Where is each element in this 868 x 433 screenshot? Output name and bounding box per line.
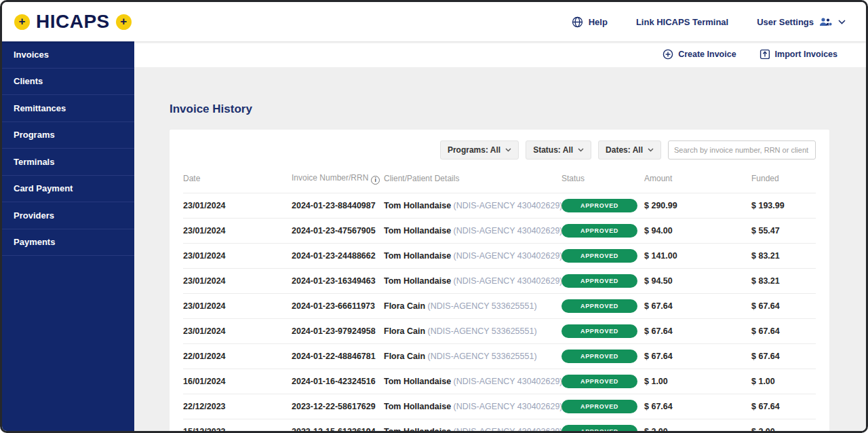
sidebar-item-label: Card Payment [14,183,73,193]
import-invoices-label: Import Invoices [775,50,837,59]
cell-status: APPROVED [561,268,644,293]
cell-date: 22/01/2024 [183,343,292,369]
cell-amount: $ 67.64 [644,394,751,419]
cell-status: APPROVED [561,218,644,243]
cell-amount: $ 67.64 [644,293,751,318]
client-name: Tom Hollandaise [384,402,451,411]
status-badge: APPROVED [561,274,637,288]
header-invoice-rrn: Invoice Number/RRNi [292,170,384,193]
cell-invoice-rrn: 2024-01-23-97924958 [292,318,384,343]
chevron-down-icon [505,148,511,152]
cell-funded: $ 67.64 [751,343,816,369]
sidebar-item[interactable]: Invoices [2,41,134,69]
status-badge: APPROVED [561,199,637,212]
cell-invoice-rrn: 2024-01-22-48846781 [292,343,384,369]
cell-date: 15/12/2023 [183,419,292,433]
user-settings-label: User Settings [757,17,814,27]
client-program: (NDIS-AGENCY 430402629) [454,201,561,210]
status-badge: APPROVED [561,249,637,263]
table-row[interactable]: 16/01/2024 2024-01-16-42324516 Tom Holla… [183,369,816,394]
sidebar-item[interactable]: Programs [2,122,134,149]
table-row[interactable]: 23/01/2024 2024-01-23-97924958 Flora Cai… [183,318,816,343]
client-name: Flora Cain [384,326,425,336]
table-row[interactable]: 23/01/2024 2024-01-23-66611973 Flora Cai… [183,293,816,318]
client-program: (NDIS-AGENCY 430402629) [454,402,561,411]
chevron-down-icon [838,20,846,24]
cell-funded: $ 1.00 [751,369,816,394]
table-row[interactable]: 23/01/2024 2024-01-23-24488662 Tom Holla… [183,243,816,268]
upload-icon [760,49,770,60]
cell-status: APPROVED [561,243,644,268]
table-row[interactable]: 22/12/2023 2023-12-22-58617629 Tom Holla… [183,394,816,419]
page-title: Invoice History [170,102,829,116]
table-row[interactable]: 23/01/2024 2024-01-23-16349463 Tom Holla… [183,268,816,293]
dates-filter-dropdown[interactable]: Dates: All [598,140,661,159]
header-date: Date [183,170,292,193]
cell-client: Tom Hollandaise (NDIS-AGENCY 430402629) [384,394,561,419]
cell-funded: $ 2.00 [751,419,816,433]
programs-filter-dropdown[interactable]: Programs: All [440,140,519,159]
cell-invoice-rrn: 2024-01-23-66611973 [292,293,384,318]
cell-funded: $ 83.21 [751,268,816,293]
status-badge: APPROVED [561,425,637,433]
cell-client: Flora Cain (NDIS-AGENCY 533625551) [384,343,561,369]
cell-client: Tom Hollandaise (NDIS-AGENCY 430402629) [384,369,561,394]
status-badge: APPROVED [561,324,637,338]
cell-status: APPROVED [561,369,644,394]
client-program: (NDIS-AGENCY 430402629) [454,377,561,386]
cell-invoice-rrn: 2024-01-16-42324516 [292,369,384,394]
cell-invoice-rrn: 2024-01-23-47567905 [292,218,384,243]
client-program: (NDIS-AGENCY 430402629) [454,251,561,261]
status-filter-label: Status: All [533,145,573,155]
link-terminal-label: Link HICAPS Terminal [636,17,728,27]
sidebar-item-label: Terminals [14,157,54,167]
sidebar-item[interactable]: Card Payment [2,176,134,203]
import-invoices-button[interactable]: Import Invoices [760,49,837,60]
cell-status: APPROVED [561,394,644,419]
cell-client: Tom Hollandaise (NDIS-AGENCY 430402629) [384,218,561,243]
sidebar-item-label: Invoices [14,50,49,60]
dates-filter-label: Dates: All [606,145,643,155]
invoice-table-card: Programs: All Status: All [170,130,829,433]
cell-funded: $ 83.21 [751,243,816,268]
client-program: (NDIS-AGENCY 533625551) [428,301,537,311]
user-settings-menu[interactable]: User Settings [757,17,846,27]
help-link[interactable]: Help [572,16,608,28]
table-row[interactable]: 23/01/2024 2024-01-23-88440987 Tom Holla… [183,193,816,218]
cell-client: Flora Cain (NDIS-AGENCY 533625551) [384,318,561,343]
info-icon[interactable]: i [371,176,380,185]
search-input[interactable] [668,140,816,159]
top-header: + HICAPS + Help Link HICAPS Terminal Use [2,2,866,41]
status-badge: APPROVED [561,400,637,413]
cell-date: 23/01/2024 [183,243,292,268]
client-program: (NDIS-AGENCY 533625551) [428,326,537,336]
client-name: Flora Cain [384,301,425,311]
cell-client: Tom Hollandaise (NDIS-AGENCY 430402629) [384,419,561,433]
plus-circle-icon [663,49,673,60]
sidebar-item[interactable]: Providers [2,202,134,229]
client-program: (NDIS-AGENCY 430402629) [454,276,561,286]
cell-status: APPROVED [561,318,644,343]
cell-status: APPROVED [561,193,644,218]
link-hicaps-terminal-link[interactable]: Link HICAPS Terminal [636,17,728,27]
cell-invoice-rrn: 2023-12-15-61236194 [292,419,384,433]
table-row[interactable]: 23/01/2024 2024-01-23-47567905 Tom Holla… [183,218,816,243]
status-filter-dropdown[interactable]: Status: All [526,140,591,159]
filter-bar: Programs: All Status: All [183,139,816,170]
sidebar-item-label: Programs [14,130,55,140]
cell-invoice-rrn: 2023-12-22-58617629 [292,394,384,419]
sidebar-item[interactable]: Remittances [2,95,134,122]
create-invoice-button[interactable]: Create Invoice [663,49,736,60]
header-amount: Amount [644,170,751,193]
invoice-table-body: 23/01/2024 2024-01-23-88440987 Tom Holla… [183,193,816,433]
cell-amount: $ 67.64 [644,343,751,369]
table-row[interactable]: 22/01/2024 2024-01-22-48846781 Flora Cai… [183,343,816,369]
sidebar-item[interactable]: Clients [2,69,134,96]
sidebar-item[interactable]: Terminals [2,149,134,176]
chevron-down-icon [648,148,654,152]
cell-status: APPROVED [561,293,644,318]
cell-amount: $ 94.00 [644,218,751,243]
header-status: Status [561,170,644,193]
sidebar-item[interactable]: Payments [2,229,134,257]
table-row[interactable]: 15/12/2023 2023-12-15-61236194 Tom Holla… [183,419,816,433]
